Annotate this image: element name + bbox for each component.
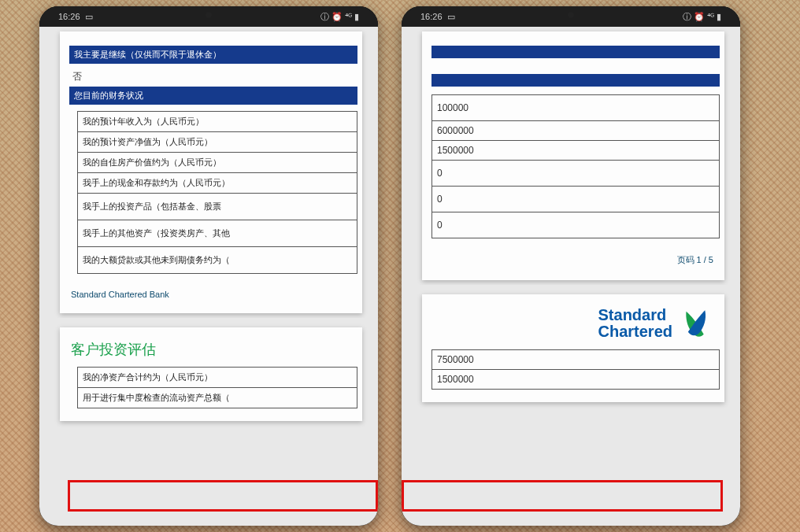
status-app-icon: ▭ [85,12,93,22]
doc-page-top: 我主要是继续（仅供而不限于退休金） 否 您目前的财务状况 我的预计年收入为（人民… [60,31,362,313]
financial-labels-table: 我的预计年收入为（人民币元） 我的预计资产净值为（人民币元） 我的自住房产价值约… [77,111,357,274]
doc-page-bottom: 客户投资评估 我的净资产合计约为（人民币元） 用于进行集中度检查的流动资产总额（ [60,327,362,421]
screen-right: 100000 6000000 1500000 0 0 0 页码 1 / 5 St… [402,27,740,526]
doc-page-bottom-r: Standard Chartered 7500000 1500000 [422,294,724,402]
section-header-1-r [431,46,720,58]
value-row: 0 [431,160,720,186]
page-gap [39,318,378,323]
doc-page-top-r: 100000 6000000 1500000 0 0 0 页码 1 / 5 [422,31,724,280]
doc-footer-page: 页码 1 / 5 [431,245,720,274]
value-row: 7500000 [431,349,720,369]
brand-line2: Chartered [598,323,672,340]
values-table: 100000 6000000 1500000 0 0 0 [431,94,720,238]
section-header-2-r [431,74,720,87]
status-right-icons: ⓘ ⏰ ⁴ᴳ ▮ [683,11,721,23]
status-time: 16:26 [58,12,80,21]
value-row: 6000000 [431,120,720,140]
page-gap [402,285,740,290]
status-right-icons: ⓘ ⏰ ⁴ᴳ ▮ [320,11,359,23]
phone-right: 16:26 ▭ ⓘ ⏰ ⁴ᴳ ▮ 100000 6000000 1500000 … [402,6,740,526]
brand-line1: Standard [598,306,667,323]
section-header-2: 您目前的财务状况 [69,87,357,105]
label-row: 我的自住房产价值约为（人民币元） [77,152,357,172]
label-row: 我的预计年收入为（人民币元） [77,111,357,131]
phone-left: 16:26 ▭ ⓘ ⏰ ⁴ᴳ ▮ 我主要是继续（仅供而不限于退休金） 否 您目前… [39,6,378,526]
doc-top-muted [69,38,357,42]
value-row: 1500000 [431,140,720,160]
bottom-labels-table: 我的净资产合计约为（人民币元） 用于进行集中度检查的流动资产总额（ [77,367,357,408]
label-row: 我手上的其他资产（投资类房产、其他 [77,220,357,246]
value-row: 100000 [431,94,720,120]
brand-logo-block: Standard Chartered [431,301,720,349]
label-row: 用于进行集中度检查的流动资产总额（ [77,387,357,408]
highlight-left [68,480,378,512]
section-header-1: 我主要是继续（仅供而不限于退休金） [69,46,357,64]
screen-left: 我主要是继续（仅供而不限于退休金） 否 您目前的财务状况 我的预计年收入为（人民… [39,27,378,526]
brand-text: Standard Chartered [598,307,672,340]
label-row: 我手上的投资产品（包括基金、股票 [77,193,357,220]
camera-dot [206,12,212,18]
label-row: 我手上的现金和存款约为（人民币元） [77,172,357,193]
trail-char: 否 [69,70,357,83]
status-time: 16:26 [420,12,443,21]
label-row: 我的预计资产净值为（人民币元） [77,131,357,152]
camera-dot [568,12,574,18]
section-title-investment: 客户投资评估 [69,334,357,367]
highlight-right [402,480,723,512]
value-row: 0 [431,212,720,238]
value-row: 0 [431,186,720,212]
label-row: 我的大额贷款或其他未到期债务约为（ [77,246,357,273]
label-row: 我的净资产合计约为（人民币元） [77,367,357,387]
doc-footer-brand: Standard Chartered Bank [69,280,357,307]
bottom-values-table: 7500000 1500000 [431,349,720,390]
value-row: 1500000 [431,369,720,389]
standard-chartered-icon [677,305,713,342]
status-app-icon: ▭ [447,12,455,22]
